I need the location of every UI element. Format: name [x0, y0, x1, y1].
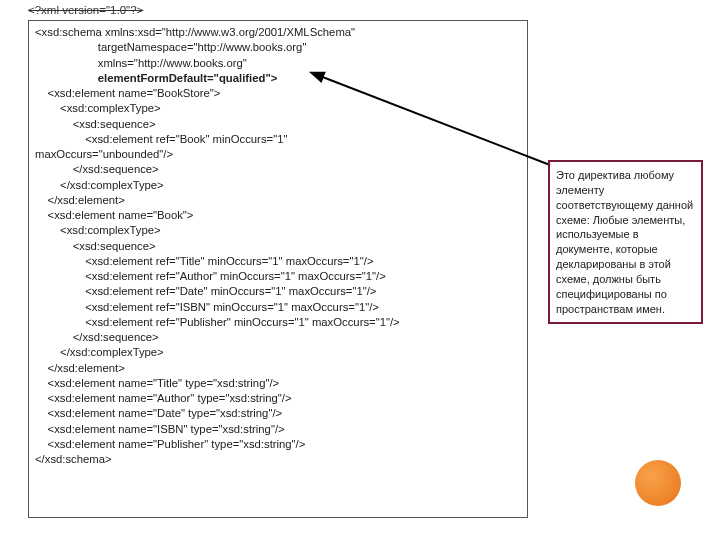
- code-line: <xsd:element ref="ISBN" minOccurs="1" ma…: [35, 300, 521, 315]
- code-line: </xsd:sequence>: [35, 162, 521, 177]
- xml-declaration: <?xml version="1.0"?>: [28, 4, 143, 16]
- code-line: </xsd:sequence>: [35, 330, 521, 345]
- code-line: </xsd:complexType>: [35, 345, 521, 360]
- code-line: <xsd:element ref="Title" minOccurs="1" m…: [35, 254, 521, 269]
- code-line: <xsd:sequence>: [35, 117, 521, 132]
- code-line: </xsd:schema>: [35, 452, 521, 467]
- annotation-text: Это директива любому элементу соответств…: [556, 169, 693, 315]
- code-line: <xsd:complexType>: [35, 101, 521, 116]
- code-line: <xsd:element ref="Publisher" minOccurs="…: [35, 315, 521, 330]
- code-line: <xsd:element name="Book">: [35, 208, 521, 223]
- decorative-circle-icon: [635, 460, 681, 506]
- code-line: <xsd:schema xmlns:xsd="http://www.w3.org…: [35, 25, 521, 40]
- code-line-bold: elementFormDefault="qualified">: [35, 71, 521, 86]
- code-line: </xsd:element>: [35, 193, 521, 208]
- code-line: xmlns="http://www.books.org": [35, 56, 521, 71]
- code-line: <xsd:element name="Date" type="xsd:strin…: [35, 406, 521, 421]
- code-line: <xsd:sequence>: [35, 239, 521, 254]
- code-line: <xsd:element name="BookStore">: [35, 86, 521, 101]
- code-line: <xsd:element ref="Book" minOccurs="1": [35, 132, 521, 147]
- code-line: </xsd:element>: [35, 361, 521, 376]
- code-line: targetNamespace="http://www.books.org": [35, 40, 521, 55]
- code-line: <xsd:element ref="Author" minOccurs="1" …: [35, 269, 521, 284]
- code-line: <xsd:element ref="Date" minOccurs="1" ma…: [35, 284, 521, 299]
- annotation-callout: Это директива любому элементу соответств…: [548, 160, 703, 324]
- code-line: <xsd:element name="ISBN" type="xsd:strin…: [35, 422, 521, 437]
- code-line: <xsd:complexType>: [35, 223, 521, 238]
- code-line: <xsd:element name="Author" type="xsd:str…: [35, 391, 521, 406]
- code-line: <xsd:element name="Title" type="xsd:stri…: [35, 376, 521, 391]
- code-line: </xsd:complexType>: [35, 178, 521, 193]
- schema-code-box: <xsd:schema xmlns:xsd="http://www.w3.org…: [28, 20, 528, 518]
- code-line: maxOccurs="unbounded"/>: [35, 147, 521, 162]
- code-line: <xsd:element name="Publisher" type="xsd:…: [35, 437, 521, 452]
